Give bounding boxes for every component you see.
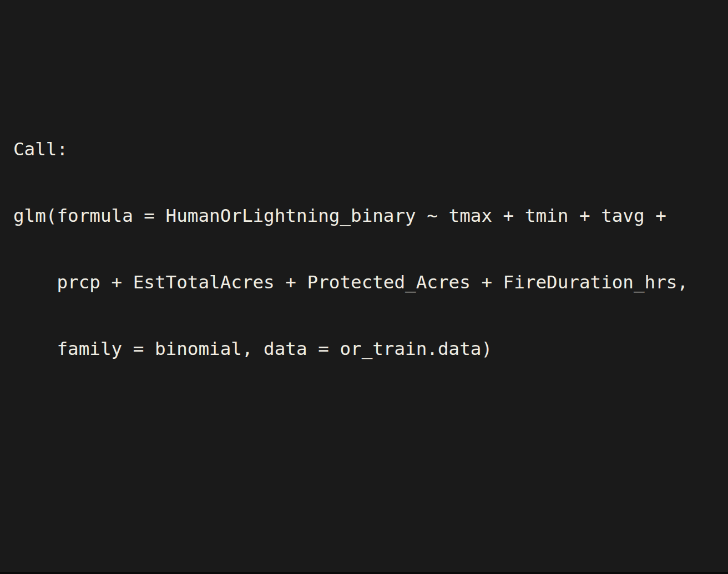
call-label: Call:	[13, 138, 728, 160]
call-formula-line-3: family = binomial, data = or_train.data)	[13, 338, 728, 360]
call-formula-line-1: glm(formula = HumanOrLightning_binary ~ …	[13, 205, 728, 227]
call-formula-line-2: prcp + EstTotalAcres + Protected_Acres +…	[13, 271, 728, 293]
blank-line	[13, 471, 728, 493]
call-section: Call: glm(formula = HumanOrLightning_bin…	[13, 94, 728, 404]
r-console-output: Call: glm(formula = HumanOrLightning_bin…	[0, 0, 728, 574]
